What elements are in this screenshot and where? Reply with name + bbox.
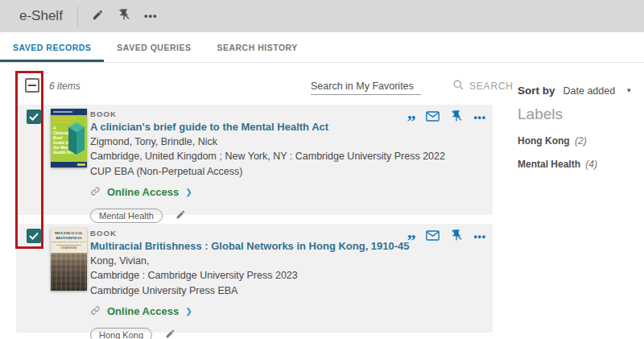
chain-link-icon — [90, 185, 101, 200]
sort-by-label: Sort by — [518, 85, 555, 97]
unpin-list-button[interactable] — [118, 8, 130, 24]
online-access-link[interactable]: Online Access — [107, 305, 179, 317]
cover-author: VIVIAN KONG — [56, 245, 82, 250]
online-access-link[interactable]: Online Access — [107, 186, 179, 198]
tab-saved-records[interactable]: SAVED RECORDS — [0, 32, 104, 62]
record-label-chip[interactable]: Hong Kong — [90, 328, 152, 339]
more-record-actions-button[interactable]: ••• — [473, 111, 486, 124]
more-record-actions-button[interactable]: ••• — [473, 230, 486, 243]
check-icon — [29, 110, 39, 124]
edit-labels-button[interactable] — [175, 209, 186, 223]
labels-title: Labels — [518, 105, 640, 123]
edit-list-button[interactable] — [92, 9, 104, 24]
label-item-hong-kong[interactable]: Hong Kong (2) — [518, 135, 640, 147]
header-divider — [77, 6, 78, 27]
record-authors: Zigmond, Tony, Brindle, Nick — [90, 135, 412, 148]
record-checkbox[interactable] — [27, 110, 41, 124]
record-type: BOOK — [90, 229, 412, 238]
record-checkbox[interactable] — [27, 229, 41, 243]
more-actions-button[interactable]: ••• — [144, 12, 158, 20]
chain-link-icon — [90, 304, 101, 319]
chevron-right-icon[interactable]: ❯ — [185, 307, 192, 316]
label-count: (4) — [585, 159, 597, 170]
pin-slash-icon — [118, 8, 130, 24]
e-shelf-page: e-Shelf ••• SAVED RECORDS SAVED QUERIES … — [0, 0, 644, 339]
ellipsis-icon: ••• — [473, 114, 486, 121]
label-name: Hong Kong — [518, 135, 570, 147]
book-cover: MULTIRACIAL BRITISHNESS Global Networks … — [51, 228, 87, 291]
pencil-icon — [175, 209, 186, 223]
select-all-checkbox[interactable] — [25, 78, 39, 93]
right-sidebar: Sort by Date added ▼ Labels Hong Kong (2… — [518, 85, 640, 170]
record-title-link[interactable]: Multiracial Britishness : Global Network… — [90, 240, 412, 252]
record-title-link[interactable]: A clinician's brief guide to the Mental … — [90, 121, 412, 133]
label-count: (2) — [575, 135, 587, 147]
email-button[interactable] — [426, 230, 440, 243]
record-authors: Kong, Vivian, — [90, 254, 412, 267]
label-name: Mental Health — [518, 159, 580, 170]
record-note: Cambridge University Press EBA — [90, 284, 412, 297]
ellipsis-icon: ••• — [144, 12, 158, 20]
search-button[interactable]: SEARCH — [448, 78, 518, 94]
cover-title: MULTIRACIAL BRITISHNESS — [51, 228, 87, 240]
record-publication: Cambridge : Cambridge University Press 2… — [90, 269, 412, 282]
indeterminate-icon — [28, 85, 36, 86]
record-row-2: MULTIRACIAL BRITISHNESS Global Networks … — [16, 224, 493, 333]
record-label-chip[interactable]: Mental Health — [90, 209, 163, 223]
unpin-record-button[interactable] — [450, 230, 463, 243]
search-input[interactable] — [311, 77, 421, 95]
pin-slash-icon — [450, 110, 463, 126]
record-type: BOOK — [90, 110, 412, 118]
envelope-icon — [426, 110, 440, 125]
tab-bar: SAVED RECORDS SAVED QUERIES SEARCH HISTO… — [0, 32, 644, 63]
cover-photo — [51, 253, 87, 291]
record-publication: Cambridge, United Kingdom ; New York, NY… — [90, 150, 412, 163]
page-title: e-Shelf — [19, 8, 63, 24]
search-button-label: SEARCH — [469, 81, 514, 92]
sort-by-row: Sort by Date added ▼ — [518, 85, 640, 97]
magnifier-icon — [452, 79, 464, 93]
record-row-1: Tony Zigmond & Nick Brindle A Clinician'… — [16, 105, 493, 215]
check-icon — [29, 229, 39, 243]
citation-button[interactable]: ” — [407, 111, 415, 124]
caret-down-icon[interactable]: ▼ — [625, 87, 632, 94]
record-note: CUP EBA (Non-Perpetual Access) — [90, 165, 412, 178]
envelope-icon — [426, 229, 440, 244]
cover-subtitle: Global Networks in Hong Kong, 1910-45 — [51, 241, 87, 243]
email-button[interactable] — [426, 111, 440, 124]
page-header: e-Shelf ••• — [0, 0, 644, 32]
tab-search-history[interactable]: SEARCH HISTORY — [204, 32, 310, 62]
pencil-icon — [92, 9, 104, 24]
book-cover: Tony Zigmond & Nick Brindle A Clinician'… — [51, 109, 87, 167]
pin-slash-icon — [450, 229, 463, 245]
sort-value-dropdown[interactable]: Date added — [564, 85, 616, 97]
unpin-record-button[interactable] — [450, 111, 463, 124]
pencil-icon — [165, 328, 175, 339]
items-count: 6 items — [49, 81, 80, 92]
cover-book-illustration — [67, 119, 86, 161]
tab-saved-queries[interactable]: SAVED QUERIES — [104, 32, 204, 62]
chevron-right-icon[interactable]: ❯ — [185, 188, 192, 196]
edit-labels-button[interactable] — [165, 328, 175, 339]
ellipsis-icon: ••• — [473, 234, 486, 240]
citation-button[interactable]: ” — [407, 230, 415, 243]
label-item-mental-health[interactable]: Mental Health (4) — [518, 159, 640, 170]
